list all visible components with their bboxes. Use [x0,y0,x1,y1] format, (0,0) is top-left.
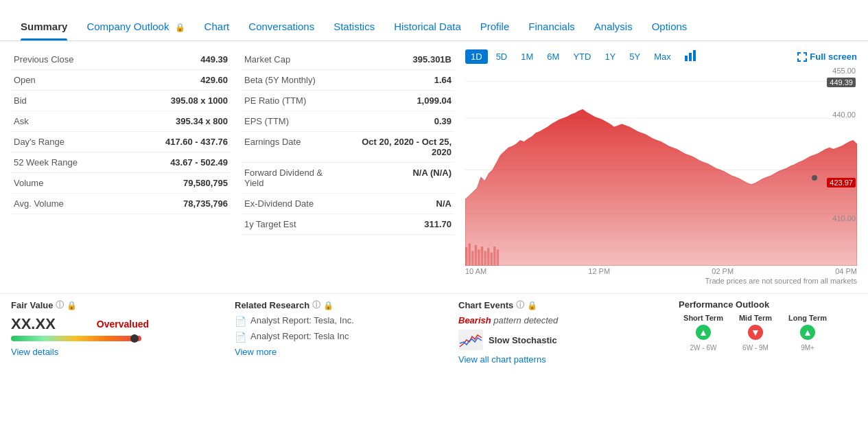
view-details-link[interactable]: View details [11,347,58,357]
x-label-4pm: 04 PM [835,267,857,275]
perf-long-sublabel: 9M+ [783,344,832,352]
nav-chart[interactable]: Chart [195,21,239,41]
row-value: N/A (N/A) [342,163,454,194]
row-label: Forward Dividend & Yield [242,163,342,194]
nav-options[interactable]: Options [642,21,697,41]
table-row: Previous Close449.39 [11,49,231,70]
table-row: Bid395.08 x 1000 [11,91,231,111]
chart-events-info-icon[interactable]: ⓘ [516,299,524,311]
price-label-449: 449.39 [827,78,856,87]
svg-rect-11 [475,245,477,266]
chart-note: Trade prices are not sourced from all ma… [465,277,857,285]
row-value: Oct 20, 2020 - Oct 25, 2020 [342,132,454,163]
row-label: Previous Close [11,49,122,70]
mid-term-arrow: ▼ [748,325,763,340]
fair-value-lock-icon: 🔒 [67,301,77,310]
left-data-table: Previous Close449.39Open429.60Bid395.08 … [11,49,231,214]
btn-5d[interactable]: 5D [491,49,513,64]
row-label: Day's Range [11,132,122,152]
nav-conversations[interactable]: Conversations [239,21,324,41]
chart-svg [465,67,857,266]
row-label: PE Ratio (TTM) [242,91,342,111]
chart-events-section: Chart Events ⓘ 🔒 Bearish pattern detecte… [458,299,668,365]
row-value: 1.64 [342,70,454,91]
related-research-info-icon[interactable]: ⓘ [312,299,320,311]
nav-financials[interactable]: Financials [519,21,585,41]
perf-short-label: Short Term [679,314,728,322]
lock-icon: 🔒 [175,23,185,32]
row-label: Ex-Dividend Date [242,194,342,214]
perf-mid-term: Mid Term ▼ 6W - 9M [731,314,780,352]
perf-short-sublabel: 2W - 6W [679,344,728,352]
row-label: Earnings Date [242,132,342,163]
price-label-455: 455.00 [832,67,856,75]
table-row: PE Ratio (TTM)1,099.04 [242,91,454,111]
research-item-1: 📄 Analyst Report: Tesla, Inc. [235,315,447,327]
fair-value-value: XX.XX [11,315,56,333]
btn-5y[interactable]: 5Y [624,49,646,64]
price-label-423: 423.97 [827,178,856,187]
row-value: 429.60 [122,70,231,91]
overvalued-badge: Overvalued [97,319,149,330]
research-item-2-label: Analyst Report: Tesla Inc [250,331,349,341]
fullscreen-button[interactable]: Full screen [797,51,857,62]
bottom-row: Fair Value ⓘ 🔒 XX.XX Overvalued View det… [0,293,868,370]
row-label: Avg. Volume [11,194,122,214]
row-label: Market Cap [242,49,342,70]
chart-panel: 1D 5D 1M 6M YTD 1Y 5Y Max Full screen 45… [465,49,857,285]
performance-section: Performance Outlook Short Term ▲ 2W - 6W… [679,299,857,365]
table-row: Forward Dividend & YieldN/A (N/A) [242,163,454,194]
btn-ytd[interactable]: YTD [567,49,596,64]
nav-analysis[interactable]: Analysis [585,21,642,41]
price-label-440: 440.00 [832,111,856,119]
nav-historical-data[interactable]: Historical Data [384,21,471,41]
stochastic-row: Slow Stochastic [458,330,668,350]
pattern-label: pattern detected [493,315,558,325]
svg-rect-12 [478,249,480,266]
svg-rect-0 [685,56,688,61]
nav-summary[interactable]: Summary [11,21,77,41]
btn-6m[interactable]: 6M [541,49,565,64]
performance-grid: Short Term ▲ 2W - 6W Mid Term ▼ 6W - 9M … [679,314,857,352]
row-value: 43.67 - 502.49 [122,152,231,173]
research-item-1-label: Analyst Report: Tesla, Inc. [250,315,354,325]
chart-events-lock-icon: 🔒 [527,301,537,310]
btn-1m[interactable]: 1M [515,49,539,64]
row-label: Ask [11,111,122,132]
perf-mid-sublabel: 6W - 9M [731,344,780,352]
btn-1d[interactable]: 1D [465,49,488,64]
svg-rect-13 [481,246,483,266]
view-more-link[interactable]: View more [235,347,447,357]
main-content: Previous Close449.39Open429.60Bid395.08 … [0,41,868,293]
row-label: 52 Week Range [11,152,122,173]
nav-profile[interactable]: Profile [471,21,519,41]
btn-1y[interactable]: 1Y [599,49,621,64]
perf-long-label: Long Term [783,314,832,322]
view-patterns-link[interactable]: View all chart patterns [458,354,668,365]
svg-rect-10 [471,251,473,266]
btn-max[interactable]: Max [648,49,677,64]
svg-rect-17 [493,246,495,266]
perf-long-term: Long Term ▲ 9M+ [783,314,832,352]
bearish-label: Bearish [458,315,491,325]
nav-statistics[interactable]: Statistics [324,21,384,41]
row-value: 395.34 x 800 [122,111,231,132]
doc-icon-2: 📄 [235,332,246,343]
row-label: Bid [11,91,122,111]
svg-rect-16 [491,253,493,266]
fair-value-info-icon[interactable]: ⓘ [56,299,64,311]
row-value: 449.39 [122,49,231,70]
row-label: EPS (TTM) [242,111,342,132]
row-label: 1y Target Est [242,214,342,235]
fair-value-section: Fair Value ⓘ 🔒 XX.XX Overvalued View det… [11,299,224,365]
row-value: 395.301B [342,49,454,70]
nav-bar: Summary Company Outlook 🔒 Chart Conversa… [0,0,868,41]
nav-company-outlook[interactable]: Company Outlook 🔒 [77,21,194,41]
stochastic-icon [458,330,483,350]
left-data-panel: Previous Close449.39Open429.60Bid395.08 … [11,49,231,285]
gauge-needle [130,334,139,343]
chart-type-icon[interactable] [685,50,699,63]
row-value: 311.70 [342,214,454,235]
table-row: 52 Week Range43.67 - 502.49 [11,152,231,173]
price-label-410: 410.00 [832,214,856,222]
